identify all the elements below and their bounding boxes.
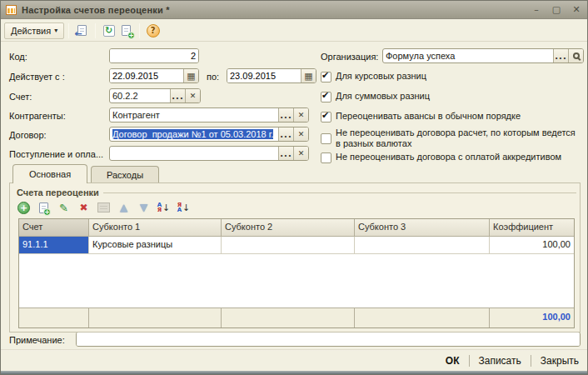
checkbox-icon[interactable]: ✔ bbox=[321, 152, 331, 163]
account-field[interactable]: 60.2.2 ... ✕ bbox=[109, 88, 201, 103]
actions-menu-button[interactable]: Действия ▾ bbox=[4, 22, 64, 39]
receipt-value[interactable] bbox=[110, 147, 278, 160]
magnifier-icon bbox=[573, 52, 580, 59]
open-button[interactable] bbox=[568, 49, 583, 62]
checkbox-icon[interactable]: ✔ bbox=[321, 72, 331, 82]
toolbar-separator bbox=[68, 23, 69, 38]
table-group-title: Счета переоценки bbox=[17, 188, 99, 198]
pencil-icon: ✎ bbox=[59, 202, 68, 214]
bottom-button-bar: ОК Записать Закрыть bbox=[444, 352, 581, 370]
account-value[interactable]: 60.2.2 bbox=[110, 89, 170, 102]
move-down-button[interactable]: ▼ bbox=[137, 199, 151, 216]
edit-row-button[interactable]: ✎ bbox=[57, 199, 71, 216]
code-input[interactable] bbox=[110, 49, 198, 62]
cell-subconto3[interactable] bbox=[355, 237, 490, 254]
receipt-field[interactable]: ... ✕ bbox=[109, 146, 309, 161]
sort-ascending-button[interactable]: АЯ ↓ bbox=[157, 199, 171, 216]
ok-button[interactable]: ОК bbox=[444, 355, 461, 367]
sort-za-icon: ЯА bbox=[177, 202, 182, 212]
main-toolbar: Действия ▾ ← ↻ + ? bbox=[1, 20, 587, 42]
checkbox-label: Не переоценивать договора с оплатой аккр… bbox=[336, 152, 561, 162]
counterparties-value[interactable]: Контрагент bbox=[110, 108, 278, 122]
add-row-button[interactable]: + bbox=[17, 199, 31, 216]
copy-new-button[interactable]: + bbox=[117, 22, 135, 39]
checkbox-icon[interactable]: ✔ bbox=[321, 133, 331, 144]
checkbox-exchange-differences[interactable]: ✔ Для курсовых разниц bbox=[321, 71, 571, 82]
choose-button[interactable]: ... bbox=[170, 89, 185, 102]
minimize-button[interactable]: – bbox=[531, 4, 542, 15]
clear-button[interactable]: ✕ bbox=[293, 128, 308, 141]
maximize-button[interactable]: ▢ bbox=[551, 4, 562, 15]
clear-button[interactable]: ✕ bbox=[293, 147, 308, 160]
help-button[interactable]: ? bbox=[144, 22, 162, 39]
table-toolbar: + + ✎ ✖ ▲ ▼ АЯ bbox=[17, 199, 191, 216]
column-header-account[interactable]: Счет bbox=[19, 219, 89, 237]
copy-row-button[interactable]: + bbox=[37, 199, 51, 216]
checkbox-icon[interactable]: ✔ bbox=[321, 92, 331, 102]
organization-value[interactable]: Формула успеха bbox=[383, 49, 553, 62]
valid-to-field[interactable]: ▦ bbox=[227, 68, 316, 83]
choose-button[interactable]: ... bbox=[553, 49, 568, 62]
choose-button[interactable]: ... bbox=[278, 128, 293, 141]
clear-button[interactable]: ✕ bbox=[293, 108, 308, 122]
delete-row-button[interactable]: ✖ bbox=[77, 199, 91, 216]
checkbox-amount-differences[interactable]: ✔ Для суммовых разниц bbox=[321, 91, 571, 102]
column-header-subconto1[interactable]: Субконто 1 bbox=[89, 219, 222, 237]
titlebar[interactable]: Настройка счетов переоценки * – ▢ ✕ bbox=[1, 1, 587, 19]
organization-field[interactable]: Формула успеха ... bbox=[382, 48, 584, 63]
counterparties-field[interactable]: Контрагент ... ✕ bbox=[109, 108, 309, 122]
help-icon: ? bbox=[147, 24, 160, 38]
cell-subconto1[interactable]: Курсовые разницы bbox=[89, 237, 222, 254]
table-footer-row: 100,00 bbox=[19, 308, 574, 328]
clear-icon: ✕ bbox=[298, 130, 305, 138]
column-header-subconto2[interactable]: Субконто 2 bbox=[222, 219, 355, 237]
bottom-divider bbox=[1, 349, 587, 351]
column-header-coefficient[interactable]: Коэффициент bbox=[490, 219, 574, 237]
tab-main[interactable]: Основная bbox=[12, 164, 87, 183]
choose-button[interactable]: ... bbox=[278, 108, 293, 122]
contract-label: Договор: bbox=[9, 130, 47, 140]
cell-subconto2[interactable] bbox=[222, 237, 355, 254]
checkbox-no-revalue-multicurrency[interactable]: ✔ Не переоценивать договора расчет, по к… bbox=[321, 128, 581, 149]
cell-account[interactable]: 91.1.1 bbox=[19, 237, 89, 254]
code-field[interactable] bbox=[109, 48, 199, 63]
counterparties-label: Контрагенты: bbox=[9, 111, 66, 121]
contract-field[interactable]: Договор продажи №1 от 05.03.2018 г. ... … bbox=[109, 127, 309, 142]
choose-button[interactable]: ... bbox=[278, 147, 293, 160]
footer-cell bbox=[222, 308, 355, 328]
note-input[interactable] bbox=[77, 332, 580, 346]
close-button[interactable]: ✕ bbox=[571, 4, 582, 15]
ellipsis-icon: ... bbox=[280, 130, 292, 139]
organization-label: Организация: bbox=[321, 52, 378, 62]
plus-icon: + bbox=[127, 32, 135, 39]
note-field[interactable] bbox=[76, 332, 581, 347]
ellipsis-icon: ... bbox=[280, 149, 292, 158]
revaluation-accounts-table: Счет Субконто 1 Субконто 2 Субконто 3 Ко… bbox=[18, 218, 575, 328]
sort-descending-button[interactable]: ЯА ↓ bbox=[177, 199, 191, 216]
button-separator bbox=[469, 355, 470, 367]
calendar-button[interactable]: ▦ bbox=[183, 69, 198, 82]
reread-button[interactable]: ← bbox=[73, 22, 91, 39]
contract-value-selected[interactable]: Договор продажи №1 от 05.03.2018 г. bbox=[112, 129, 273, 139]
refresh-button[interactable]: ↻ bbox=[100, 22, 117, 39]
tab-label: Расходы bbox=[107, 170, 143, 180]
close-window-button[interactable]: Закрыть bbox=[539, 355, 581, 367]
checkbox-icon[interactable]: ✔ bbox=[321, 112, 331, 122]
sort-az-icon: АЯ bbox=[157, 202, 162, 212]
clear-button[interactable]: ✕ bbox=[185, 89, 200, 102]
move-up-button[interactable]: ▲ bbox=[117, 199, 131, 216]
valid-from-field[interactable]: ▦ bbox=[109, 68, 199, 83]
checkbox-revalue-advances[interactable]: ✔ Переоценивать авансы в обычном порядке bbox=[321, 111, 579, 122]
cell-coefficient[interactable]: 100,00 bbox=[490, 237, 574, 254]
save-button[interactable]: Записать bbox=[477, 355, 523, 367]
ellipsis-icon: ... bbox=[172, 92, 183, 101]
valid-to-input[interactable] bbox=[227, 69, 301, 82]
checkbox-no-revalue-letter-of-credit[interactable]: ✔ Не переоценивать договора с оплатой ак… bbox=[321, 152, 581, 163]
valid-from-input[interactable] bbox=[110, 69, 183, 82]
valid-from-label: Действует с : bbox=[9, 72, 65, 82]
calendar-button[interactable]: ▦ bbox=[301, 69, 316, 82]
tab-expenses[interactable]: Расходы bbox=[91, 166, 159, 182]
column-header-subconto3[interactable]: Субконто 3 bbox=[355, 219, 490, 237]
table-row[interactable]: 91.1.1 Курсовые разницы 100,00 bbox=[19, 237, 574, 254]
window-icon bbox=[6, 5, 17, 15]
